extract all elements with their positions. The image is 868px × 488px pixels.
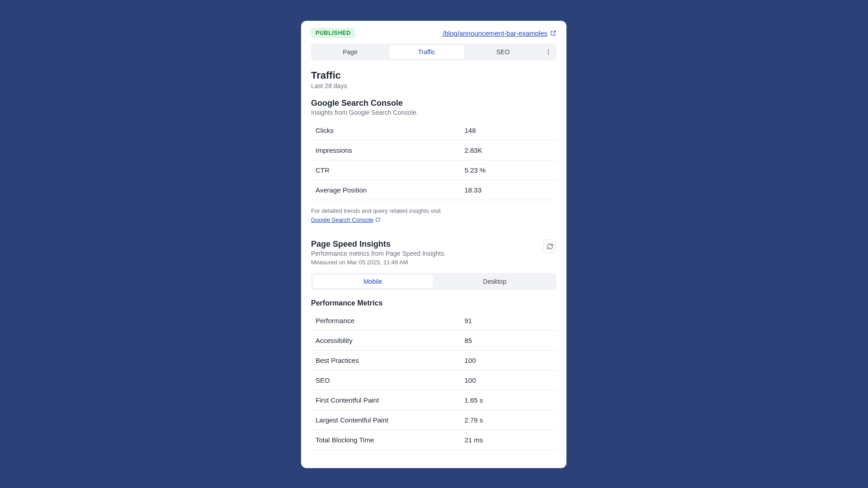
metric-label: Largest Contentful Paint — [316, 416, 465, 424]
metric-value: 2.79 s — [465, 416, 552, 424]
gsc-title: Google Search Console — [311, 99, 557, 108]
metric-row: Average Position 18.33 — [311, 180, 557, 200]
panel-content[interactable]: Traffic Last 28 days Google Search Conso… — [301, 65, 566, 468]
metric-value: 2.83K — [465, 146, 552, 154]
svg-point-1 — [548, 52, 549, 52]
metric-row: Performance 91 — [311, 311, 557, 331]
metric-value: 1.65 s — [465, 396, 552, 404]
metric-label: Average Position — [316, 186, 465, 194]
traffic-subtitle: Last 28 days — [311, 82, 557, 89]
psi-subtitle: Performance metrics from Page Speed Insi… — [311, 250, 446, 257]
metric-label: SEO — [316, 376, 465, 384]
psi-measured: Measured on Mar 05 2025, 11:49 AM — [311, 259, 557, 266]
tab-page[interactable]: Page — [313, 45, 387, 59]
svg-point-2 — [548, 53, 549, 54]
external-link-icon — [375, 217, 381, 222]
metric-value: 18.33 — [465, 186, 552, 194]
metric-row: Best Practices 100 — [311, 351, 557, 371]
metric-label: First Contentful Paint — [316, 396, 465, 404]
metric-label: CTR — [316, 166, 465, 174]
metric-value: 91 — [465, 317, 552, 324]
external-link-icon — [550, 30, 557, 36]
panel-header: PUBLISHED /blog/announcement-bar-example… — [301, 21, 566, 43]
metric-row: CTR 5.23 % — [311, 160, 557, 180]
analytics-panel: PUBLISHED /blog/announcement-bar-example… — [301, 21, 566, 468]
metric-row: First Contentful Paint 1.65 s — [311, 390, 557, 410]
gsc-external-link[interactable]: Google Search Console — [311, 216, 381, 225]
psi-metrics: Performance 91 Accessibility 85 Best Pra… — [311, 311, 557, 450]
traffic-title: Traffic — [311, 70, 557, 81]
metric-row: Clicks 148 — [311, 121, 557, 141]
refresh-button[interactable] — [543, 239, 557, 253]
svg-point-0 — [548, 49, 549, 50]
metric-row: Accessibility 85 — [311, 331, 557, 351]
tab-seo[interactable]: SEO — [466, 45, 540, 59]
status-badge: PUBLISHED — [311, 28, 355, 38]
gsc-metrics: Clicks 148 Impressions 2.83K CTR 5.23 % … — [311, 121, 557, 200]
gsc-subtitle: Insights from Google Search Console. — [311, 109, 557, 116]
metric-label: Total Blocking Time — [316, 436, 465, 444]
metric-value: 148 — [465, 127, 552, 134]
metric-row: Impressions 2.83K — [311, 141, 557, 160]
main-tabs: Page Traffic SEO — [311, 43, 557, 61]
page-url-text: /blog/announcement-bar-examples — [443, 29, 547, 37]
tab-mobile[interactable]: Mobile — [313, 275, 433, 288]
gsc-note: For detailed trends and query related in… — [311, 206, 557, 224]
more-menu-button[interactable] — [542, 46, 555, 58]
metric-row: Total Blocking Time 21 ms — [311, 430, 557, 450]
metric-label: Accessibility — [316, 337, 465, 344]
perf-metrics-title: Performance Metrics — [311, 299, 557, 307]
metric-label: Performance — [316, 317, 465, 324]
tab-traffic[interactable]: Traffic — [389, 45, 464, 59]
metric-label: Clicks — [316, 127, 465, 134]
metric-value: 100 — [465, 376, 552, 384]
metric-value: 100 — [465, 357, 552, 364]
metric-row: SEO 100 — [311, 371, 557, 390]
refresh-icon — [547, 243, 553, 250]
metric-value: 5.23 % — [465, 166, 552, 174]
psi-title: Page Speed Insights — [311, 239, 446, 249]
gsc-link-text: Google Search Console — [311, 216, 373, 225]
tab-desktop[interactable]: Desktop — [435, 275, 555, 288]
metric-value: 21 ms — [465, 436, 552, 444]
metric-label: Best Practices — [316, 357, 465, 364]
metric-row: Largest Contentful Paint 2.79 s — [311, 410, 557, 430]
device-tabs: Mobile Desktop — [311, 273, 557, 290]
metric-label: Impressions — [316, 146, 465, 154]
dots-vertical-icon — [545, 48, 552, 56]
gsc-note-text: For detailed trends and query related in… — [311, 207, 441, 214]
metric-value: 85 — [465, 337, 552, 344]
page-url-link[interactable]: /blog/announcement-bar-examples — [443, 29, 557, 37]
psi-header: Page Speed Insights Performance metrics … — [311, 239, 557, 257]
